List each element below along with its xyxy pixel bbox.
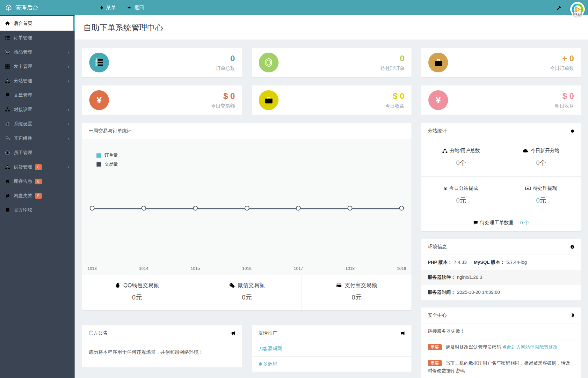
security-row-admin-password: 重要 请及时修改默认管理员密码 点此进入网站信息配置修改 [421,339,581,355]
promo-link-daoke[interactable]: 刀客源码网 [258,346,282,351]
count-badge: 0 [35,164,42,170]
env-row-server-time: 服务器时间：2025-10-20 14:39:00 [421,285,581,300]
yen-icon: ¥ [89,90,109,110]
stat-label: 今日订单数 [550,65,574,71]
qq-icon [115,283,120,288]
wrench-settings-button[interactable] [556,5,561,11]
config-link[interactable]: 点此进入网站信息配置修改 [502,345,558,350]
stat-value: 0 [216,54,235,63]
wallet-wechat: 微信交易额 0元 [192,275,302,310]
back-button[interactable]: 返回 [127,5,144,11]
bullhorn-icon [5,193,14,198]
wallet-qq: QQ钱包交易额 0元 [82,275,192,310]
stat-label: 今日收益 [385,103,404,109]
security-row-db-password: 重要 当前主机的数据库用户名与密码相同，极易被黑客破解，请及时修改数据库密码 [421,355,581,378]
stat-label: 待处理订单 [381,65,404,71]
sidebar-item-staff[interactable]: 员工管理 [0,145,75,160]
stat-card-pending-orders: 0 待处理订单 [252,48,411,77]
topbar-right: 腾讯视频 [556,0,585,15]
sitemap-icon [5,78,14,83]
cubes-icon [5,107,14,112]
sidebar-item-products[interactable]: 商品管理 ‹ [0,45,75,59]
chevron-left-icon: ‹ [68,107,69,112]
sidebar-item-orders[interactable]: 订单管理 [0,31,75,45]
stat-card-yesterday-earnings: ¥ $ 0 昨日收益 [421,85,581,115]
security-center-card: 安全中心 链接服务器失败！ 重要 请及时修改默认管理员密码 点此进入网站信息配置… [421,308,581,378]
stat-value: 0 [381,54,404,63]
stat-card-today-orders: + 0 今日订单数 [421,48,581,77]
sidebar-item-system-settings[interactable]: 系统设置 ‹ [0,117,75,131]
megaphone-icon [400,331,405,336]
briefcase-icon [259,90,279,110]
credit-card-icon [336,283,342,288]
cube-logo-icon [5,4,12,11]
tencent-video-widget[interactable]: 腾讯视频 [570,2,585,17]
chart-marker [296,206,301,211]
chart-marker [193,206,198,211]
sitemap-icon [5,165,14,169]
info-icon [570,245,575,249]
sidebar-item-home[interactable]: 后台首页 [0,16,75,31]
chevron-left-icon: ‹ [68,136,69,141]
chart-header: 一周交易与订单统计 [82,123,411,139]
stat-value: $ 0 [555,91,574,101]
megaphone-icon [231,331,236,336]
sidebar-item-suppliers[interactable]: 供货管理 0 ‹ [0,160,75,174]
chart-title: 一周交易与订单统计 [89,128,132,134]
notice-header: 官方公告 [82,325,242,341]
sidebar-item-components[interactable]: 其它组件 ‹ [0,131,75,145]
chart-legend: 订单量 交易量 [96,152,118,167]
app-brand[interactable]: 管理后台 [0,4,80,11]
tencent-video-play-icon: 腾讯视频 [570,2,585,17]
sidebar: 后台首页 订单管理 商品管理 ‹ 发卡管理 ‹ 分站管理 ‹ 文章管理 对接设置 [0,15,75,378]
menu-toggle-button[interactable]: 菜单 [99,5,116,11]
promo-link-more[interactable]: 更多源码 [258,361,277,367]
chart-plot: 订单量 交易量 1013101410151016101710181019 [82,139,411,275]
chart-x-label: 1019 [397,266,406,271]
weekly-chart-card: 一周交易与订单统计 订单量 交易量 1013101410151 [82,123,411,310]
cart-icon [5,50,14,55]
wallet-value: 0元 [192,293,302,302]
chart-marker [244,206,249,211]
substation-cell-new-today: 今日新开分站 0个 [501,139,581,177]
sidebar-item-forum[interactable]: 官方论坛 [0,203,75,217]
sidebar-item-substations[interactable]: 分站管理 ‹ [0,74,75,88]
brand-title: 管理后台 [15,4,38,11]
security-row-server-fail: 链接服务器失败！ [421,323,581,339]
pending-tickets-count: 0 个 [520,220,529,226]
legend-swatch-0 [96,153,101,158]
sidebar-item-stock-alert[interactable]: 库存告急 0 [0,174,75,189]
yen-icon: ¥ [444,186,447,191]
sidebar-item-cards[interactable]: 发卡管理 ‹ [0,59,75,74]
stat-value: + 0 [550,54,574,63]
chart-marker [348,206,352,211]
sitemap-icon [442,148,447,153]
sidebar-item-netdisk-invalid[interactable]: 网盘失效 0 [0,189,75,203]
content: 0 订单总数 0 待处理订单 + 0 今日订单数 ¥ [75,40,588,378]
page-header: 自助下单系统管理中心 [75,15,588,40]
chevron-left-icon: ‹ [68,122,69,127]
legend-item-volume[interactable]: 交易量 [96,161,118,167]
chart-x-label: 1013 [88,266,97,271]
chart-x-label: 1014 [139,266,148,271]
chevron-left-icon: ‹ [68,64,69,69]
right-column: 分站统计 分站/用户总数 0个 [421,123,581,378]
sidebar-item-integration[interactable]: 对接设置 ‹ [0,102,75,117]
bullhorn-icon [5,179,14,184]
substation-cell-withdrawals: 待处理提现 0元 [501,177,581,214]
substation-header: 分站统计 [421,123,581,139]
legend-item-orders[interactable]: 订单量 [96,152,118,158]
substation-cell-commission: ¥ 今日分站提成 0元 [421,177,501,214]
sidebar-item-articles[interactable]: 文章管理 [0,88,75,102]
dot-icon [570,129,575,133]
substation-cell-total: 分站/用户总数 0个 [421,139,501,177]
substation-stats-card: 分站统计 分站/用户总数 0个 [421,123,581,231]
wrench-icon [556,5,561,11]
official-notice-card: 官方公告 请勿将本程序用于任何违规场景，共创和谐网络环境！ [82,325,242,367]
chart-marker [90,206,94,211]
env-row-versions: PHP 版本：7.4.33 MySQL 版本：5.7.44-log [421,255,581,270]
environment-card: 环境信息 PHP 版本：7.4.33 MySQL 版本：5.7.44-log 服… [421,239,581,300]
count-badge: 0 [35,179,42,184]
chart-x-label: 1016 [242,266,251,271]
stat-label: 今日交易额 [211,103,235,109]
